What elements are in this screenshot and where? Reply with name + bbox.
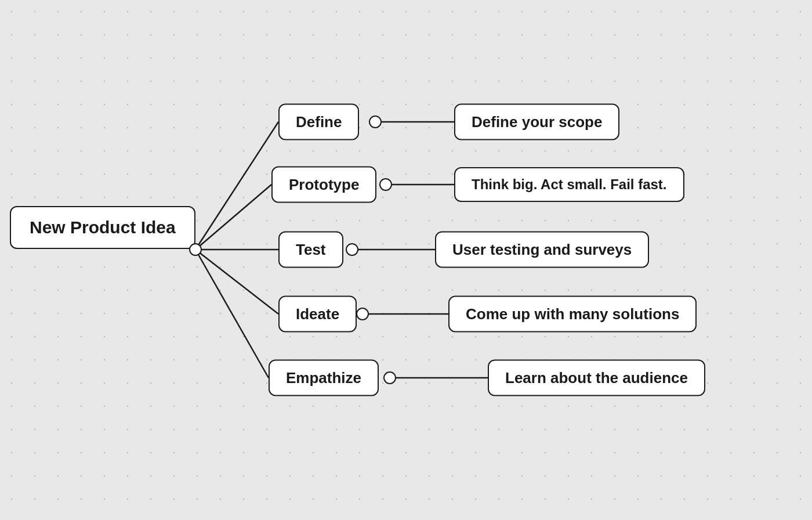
test-detail-label: User testing and surveys [452, 241, 632, 259]
define-detail-label: Define your scope [472, 113, 602, 131]
svg-line-0 [195, 122, 278, 250]
ideate-label: Ideate [296, 305, 339, 323]
svg-line-4 [195, 250, 269, 378]
test-label: Test [296, 241, 326, 259]
root-label: New Product Idea [30, 218, 176, 237]
root-connector-dot [189, 243, 202, 256]
empathize-detail-label: Learn about the audience [505, 369, 688, 387]
define-detail-node[interactable]: Define your scope [454, 104, 619, 140]
empathize-connector-dot [383, 371, 396, 384]
empathize-detail-node[interactable]: Learn about the audience [488, 360, 705, 396]
define-label: Define [296, 113, 342, 131]
prototype-label: Prototype [289, 176, 359, 194]
empathize-label: Empathize [286, 369, 361, 387]
prototype-node[interactable]: Prototype [271, 167, 376, 203]
ideate-node[interactable]: Ideate [278, 296, 357, 333]
test-connector-dot [346, 243, 358, 256]
svg-line-1 [195, 185, 271, 250]
ideate-detail-label: Come up with many solutions [466, 305, 679, 323]
svg-line-3 [195, 250, 278, 314]
define-connector-dot [369, 115, 382, 128]
prototype-detail-label: Think big. Act small. Fail fast. [472, 176, 667, 193]
test-detail-node[interactable]: User testing and surveys [435, 232, 649, 268]
ideate-connector-dot [356, 308, 369, 320]
prototype-connector-dot [379, 178, 392, 191]
mind-map-lines [0, 0, 812, 520]
prototype-detail-node[interactable]: Think big. Act small. Fail fast. [454, 167, 684, 202]
define-node[interactable]: Define [278, 104, 359, 140]
test-node[interactable]: Test [278, 232, 343, 268]
empathize-node[interactable]: Empathize [269, 360, 379, 396]
root-node[interactable]: New Product Idea [10, 206, 195, 249]
ideate-detail-node[interactable]: Come up with many solutions [448, 296, 697, 333]
